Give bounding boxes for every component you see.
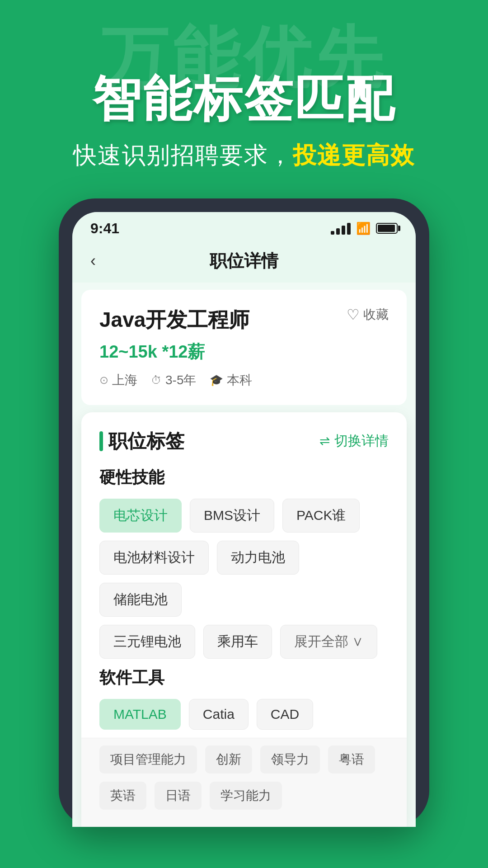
phone-screen: 9:41 📶 ‹ 职位详情 [72, 212, 416, 827]
location-icon: ⊙ [99, 374, 108, 387]
tag-bms[interactable]: BMS设计 [190, 499, 274, 533]
back-button[interactable]: ‹ [90, 251, 96, 270]
tag-dianzisheji[interactable]: 电芯设计 [99, 499, 182, 533]
save-button[interactable]: ♡ 收藏 [347, 306, 389, 323]
peek-row-1: 项目管理能力 创新 领导力 粤语 [99, 745, 389, 774]
job-salary: 12~15k *12薪 [99, 340, 389, 363]
tag-cad[interactable]: CAD [257, 699, 313, 730]
peek-tag-english: 英语 [99, 782, 146, 810]
education-text: 本科 [227, 372, 252, 389]
clock-icon: ⏱ [151, 374, 162, 387]
switch-label: 切换详情 [334, 432, 389, 450]
switch-icon: ⇌ [319, 434, 330, 448]
tag-dianchi-material[interactable]: 电池材料设计 [99, 541, 209, 575]
bottom-peek-area: 项目管理能力 创新 领导力 粤语 英语 日语 学习能力 [81, 738, 407, 827]
status-icons: 📶 [331, 222, 398, 236]
switch-detail-button[interactable]: ⇌ 切换详情 [319, 432, 389, 450]
job-education: 🎓 本科 [210, 372, 252, 389]
peek-tag-japanese: 日语 [155, 782, 202, 810]
job-header: Java开发工程师 ♡ 收藏 [99, 306, 389, 334]
tags-panel-header: 职位标签 ⇌ 切换详情 [99, 429, 389, 454]
hero-subtitle-highlight: 投递更高效 [293, 142, 415, 168]
tag-sanyuan[interactable]: 三元锂电池 [99, 625, 195, 659]
tags-panel: 职位标签 ⇌ 切换详情 硬性技能 电芯设计 BMS设计 PACK谁 电池材料设计 [81, 412, 407, 827]
hero-subtitle-prefix: 快速识别招聘要求， [73, 142, 293, 168]
hero-section: 智能标签匹配 快速识别招聘要求，投递更高效 [0, 0, 488, 171]
tag-dongli-dianchi[interactable]: 动力电池 [217, 541, 299, 575]
status-bar: 9:41 📶 [72, 212, 416, 241]
peek-row-2: 英语 日语 学习能力 [99, 782, 389, 810]
tags-panel-title-text: 职位标签 [108, 429, 184, 454]
phone-mockup: 9:41 📶 ‹ 职位详情 [59, 198, 429, 827]
nav-title: 职位详情 [210, 250, 278, 273]
save-label: 收藏 [363, 306, 389, 323]
peek-tag-leadership: 领导力 [260, 745, 320, 774]
job-meta: ⊙ 上海 ⏱ 3-5年 🎓 本科 [99, 372, 389, 389]
tag-pack[interactable]: PACK谁 [282, 499, 360, 533]
job-title: Java开发工程师 [99, 306, 249, 334]
hard-skills-row-2: 电池材料设计 动力电池 储能电池 [99, 541, 389, 617]
nav-bar: ‹ 职位详情 [72, 241, 416, 283]
software-tools-row: MATLAB Catia CAD [99, 699, 389, 730]
phone-container: 9:41 📶 ‹ 职位详情 [0, 198, 488, 827]
hero-title: 智能标签匹配 [0, 72, 488, 126]
hero-subtitle: 快速识别招聘要求，投递更高效 [0, 140, 488, 171]
tag-chuneng-dianchi[interactable]: 储能电池 [99, 583, 182, 617]
tag-matlab[interactable]: MATLAB [99, 699, 181, 730]
education-icon: 🎓 [210, 374, 223, 387]
title-bar-decoration [99, 431, 103, 451]
signal-icon [331, 222, 351, 235]
hard-skills-title: 硬性技能 [99, 467, 389, 489]
heart-icon: ♡ [347, 306, 360, 323]
wifi-icon: 📶 [356, 222, 371, 236]
expand-all-button[interactable]: 展开全部 ∨ [280, 625, 377, 659]
peek-tag-innovation: 创新 [205, 745, 252, 774]
job-experience: ⏱ 3-5年 [151, 372, 196, 389]
location-text: 上海 [112, 372, 137, 389]
tag-catia[interactable]: Catia [189, 699, 249, 730]
tag-chengyongche[interactable]: 乘用车 [203, 625, 272, 659]
status-time: 9:41 [90, 220, 119, 237]
peek-tag-learning: 学习能力 [210, 782, 282, 810]
software-tools-title: 软件工具 [99, 667, 389, 689]
peek-tag-project-mgmt: 项目管理能力 [99, 745, 197, 774]
hard-skills-row-1: 电芯设计 BMS设计 PACK谁 [99, 499, 389, 533]
peek-tag-cantonese: 粤语 [328, 745, 375, 774]
experience-text: 3-5年 [165, 372, 196, 389]
hard-skills-row-3: 三元锂电池 乘用车 展开全部 ∨ [99, 625, 389, 659]
job-card: Java开发工程师 ♡ 收藏 12~15k *12薪 ⊙ 上海 ⏱ 3-5年 [81, 290, 407, 405]
tags-panel-title: 职位标签 [99, 429, 184, 454]
battery-icon [376, 223, 398, 234]
job-location: ⊙ 上海 [99, 372, 137, 389]
